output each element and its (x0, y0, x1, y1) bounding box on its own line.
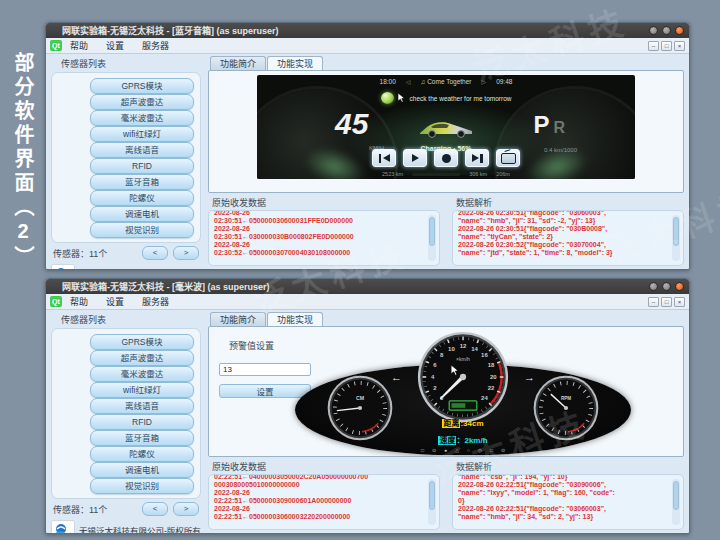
titlebar[interactable]: 网联实验箱-无锡泛太科技 - [毫米波] (as superuser) (46, 279, 689, 294)
raw-data-line: 02:30:51←050000030600031FFE0D000000 (214, 217, 423, 225)
menu-help[interactable]: 帮助 (70, 295, 88, 308)
tab-content: 预警值设置 设置 ☼ ☼ ← → (208, 326, 684, 457)
next-track-icon[interactable]: ▷ (482, 78, 487, 85)
mdi-close-button[interactable]: × (674, 41, 685, 51)
speedometer-gauge: 0 2 4 6 8 10 12 14 16 18 20 22 2 (417, 331, 509, 423)
media-player-dashboard: 18:00 ◁ ♫ Come Together ▷ 09:48 check th… (257, 75, 635, 179)
parsed-data-box[interactable]: 2022-08-26 02:30:51{"flagcode": "0306000… (452, 210, 684, 266)
parsed-data-line: "name": "hmb", "jl": 34, "sd": 2, "yj": … (458, 513, 667, 521)
qt-logo-icon: Qt (50, 40, 62, 51)
page-side-caption: 部分软件界面（2） (8, 52, 38, 270)
right-gauge-unit: RPM (561, 396, 571, 401)
svg-text:14: 14 (471, 346, 478, 352)
sensor-button[interactable]: 陀螺仪 (90, 446, 194, 462)
mouse-cursor (451, 365, 460, 376)
sensor-button[interactable]: 视觉识别 (90, 222, 194, 238)
raw-data-line: 2022-08-26 (214, 505, 423, 513)
mdi-minimize-button[interactable]: – (648, 297, 659, 307)
sensor-button[interactable]: wifi红绿灯 (90, 382, 194, 398)
prev-track-icon[interactable]: ◁ (406, 78, 411, 85)
sensor-button[interactable]: RFID (90, 158, 194, 174)
fuel-progress-bar (412, 173, 460, 176)
sensor-button[interactable]: 超声波雷达 (90, 350, 194, 366)
titlebar[interactable]: 网联实验箱-无锡泛太科技 - [蓝牙音箱] (as superuser) (46, 23, 689, 38)
scrollbar[interactable] (672, 215, 680, 261)
assistant-caption: check the weather for me tomorrow (410, 95, 512, 102)
raw-data-box[interactable]: 02:22:51←04000003050002C20A0500000007000… (208, 474, 440, 530)
parsed-data-box[interactable]: "name": "csb", "jl": 194, "yj": 10}2022-… (452, 474, 684, 530)
scrollbar[interactable] (428, 479, 436, 525)
sensor-button[interactable]: 调速电机 (90, 206, 194, 222)
sensor-list-header: 传感器列表 (61, 313, 201, 326)
raw-data-line: 02:30:52←05000003070004030108000000 (214, 249, 423, 257)
company-logo (51, 520, 75, 534)
sensor-prev-button[interactable]: < (142, 502, 168, 516)
mdi-close-button[interactable]: × (674, 297, 685, 307)
close-button[interactable] (675, 26, 684, 35)
sensor-button[interactable]: 超声波雷达 (90, 94, 194, 110)
sensor-button[interactable]: GPRS模块 (90, 334, 194, 350)
close-button[interactable] (675, 282, 684, 291)
tab-feature-impl[interactable]: 功能实现 (267, 312, 323, 326)
next-button[interactable] (465, 149, 489, 167)
copyright-label: 无锡泛太科技有限公司-版权所有 (79, 268, 201, 271)
left-gauge: CM (327, 375, 393, 441)
stop-button[interactable] (434, 149, 458, 167)
parsed-data-line: 2022-08-26 02:30:52{"flagcode": "0307000… (458, 241, 667, 249)
parsed-data-line: "name": "lxyy", "model": 1, "flag": 160,… (458, 489, 667, 497)
menu-settings[interactable]: 设置 (106, 295, 124, 308)
play-button[interactable] (403, 149, 427, 167)
minimize-button[interactable] (649, 26, 658, 35)
indicator-strip: □⊙●△○◇□⊙ (295, 447, 631, 453)
scrollbar[interactable] (672, 479, 680, 525)
tab-feature-impl[interactable]: 功能实现 (267, 56, 323, 70)
menu-server[interactable]: 服务器 (142, 39, 169, 52)
sensor-button[interactable]: 离线语音 (90, 142, 194, 158)
menu-settings[interactable]: 设置 (106, 39, 124, 52)
parsed-data-title: 数据解析 (456, 196, 684, 209)
maximize-button[interactable] (662, 26, 671, 35)
sensor-button[interactable]: RFID (90, 414, 194, 430)
sensor-sidebar: 传感器列表 GPRS模块超声波雷达毫米波雷达wifi红绿灯离线语音RFID蓝牙音… (51, 312, 201, 530)
maximize-button[interactable] (662, 282, 671, 291)
indicator-icon: □ (421, 447, 424, 453)
tab-feature-intro[interactable]: 功能简介 (210, 312, 266, 326)
sensor-button[interactable]: 离线语音 (90, 398, 194, 414)
raw-data-line: 2022-08-26 (214, 210, 423, 217)
sensor-button[interactable]: 视觉识别 (90, 478, 194, 494)
sensor-button[interactable]: 陀螺仪 (90, 190, 194, 206)
svg-text:12: 12 (460, 343, 467, 349)
parsed-data-line: 2022-08-26 02:22:51{"flagcode": "0306000… (458, 505, 667, 513)
sensor-button[interactable]: GPRS模块 (90, 78, 194, 94)
raw-data-line: 02:22:51←04000003050002C20A050000000700 (214, 474, 423, 481)
menu-help[interactable]: 帮助 (70, 39, 88, 52)
sensor-button[interactable]: 毫米波雷达 (90, 366, 194, 382)
mdi-restore-button[interactable]: □ (661, 41, 672, 51)
parsed-data-line: 0} (458, 497, 667, 505)
now-playing-title: ♫ Come Together (420, 78, 471, 85)
sensor-next-button[interactable]: > (173, 502, 199, 516)
sensor-button[interactable]: 蓝牙音箱 (90, 174, 194, 190)
tab-feature-intro[interactable]: 功能简介 (210, 56, 266, 70)
sensor-next-button[interactable]: > (173, 246, 199, 260)
sensor-button[interactable]: 蓝牙音箱 (90, 430, 194, 446)
odometer-value: 2523 km (382, 171, 403, 177)
menu-server[interactable]: 服务器 (142, 295, 169, 308)
radio-button[interactable] (496, 149, 520, 167)
tabbar: 功能简介 功能实现 (210, 312, 684, 326)
sensor-button[interactable]: 毫米波雷达 (90, 110, 194, 126)
sensor-button[interactable]: wifi红绿灯 (90, 126, 194, 142)
parsed-data-line: "name": "csb", "jl": 194, "yj": 10} (458, 474, 667, 481)
mdi-minimize-button[interactable]: – (648, 41, 659, 51)
sensor-button[interactable]: 调速电机 (90, 462, 194, 478)
minimize-button[interactable] (649, 282, 658, 291)
sensor-prev-button[interactable]: < (142, 246, 168, 260)
window-title: 网联实验箱-无锡泛太科技 - [蓝牙音箱] (as superuser) (62, 24, 649, 37)
scrollbar[interactable] (428, 215, 436, 261)
mdi-restore-button[interactable]: □ (661, 297, 672, 307)
svg-text:20: 20 (490, 374, 497, 380)
raw-data-box[interactable]: 2022-08-2602:30:51←050000030600031FFE0D0… (208, 210, 440, 266)
previous-button[interactable] (372, 149, 396, 167)
indicator-icon: ⊙ (432, 447, 436, 453)
raw-data-title: 原始收发数据 (212, 196, 440, 209)
